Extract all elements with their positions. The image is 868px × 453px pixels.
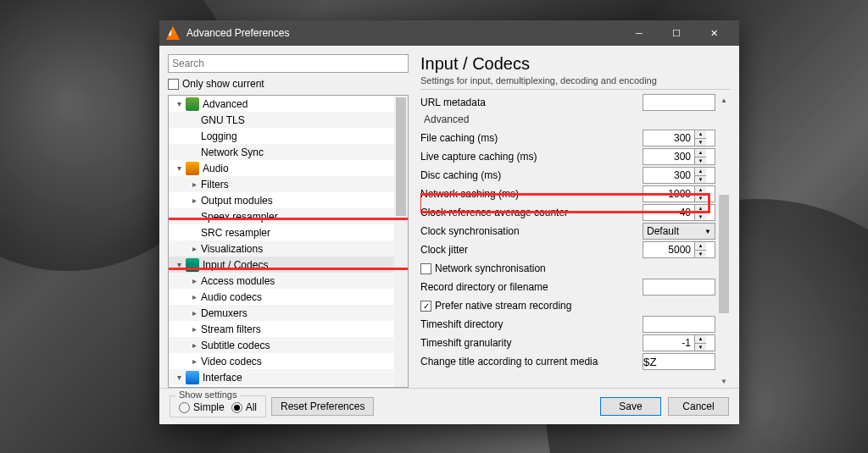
minimize-button[interactable]: ─ — [620, 20, 658, 46]
clock-jitter-spin[interactable]: ▲▼ — [643, 241, 715, 258]
tree-item[interactable]: Filters — [169, 176, 394, 192]
vlc-cone-icon — [166, 26, 180, 40]
window-title: Advanced Preferences — [186, 27, 620, 39]
timeshift-dir-label: Timeshift directory — [420, 318, 643, 330]
tree-item[interactable]: GNU TLS — [169, 112, 394, 128]
timeshift-gran-label: Timeshift granularity — [420, 337, 643, 349]
tree-item-label: Network Sync — [201, 146, 264, 158]
prefer-native-checkbox[interactable]: ✓ Prefer native stream recording — [420, 296, 715, 315]
cancel-button[interactable]: Cancel — [668, 397, 729, 416]
tree-item[interactable]: Video codecs — [169, 353, 394, 369]
chevron-icon — [189, 308, 199, 318]
tree-item-label: Access modules — [201, 275, 275, 287]
tree-item-label: Stream filters — [201, 323, 261, 335]
category-icon — [186, 97, 199, 111]
chevron-icon — [189, 292, 199, 301]
chevron-icon — [174, 373, 184, 382]
file-caching-label: File caching (ms) — [420, 132, 643, 144]
disc-caching-spin[interactable]: ▲▼ — [643, 167, 715, 184]
chevron-icon — [189, 356, 199, 366]
change-title-input[interactable] — [643, 353, 715, 370]
tree-item[interactable]: Advanced — [169, 96, 394, 112]
tree-item-label: Visualizations — [201, 243, 263, 255]
record-dir-input[interactable] — [643, 279, 715, 296]
preferences-window: Advanced Preferences ─ ☐ ✕ Only show cur… — [159, 20, 739, 424]
url-metadata-input[interactable] — [643, 94, 715, 111]
category-icon — [186, 371, 199, 384]
change-title-label: Change title according to current media — [420, 356, 643, 367]
category-icon — [186, 162, 199, 175]
tree-item-label: Logging — [201, 130, 237, 142]
network-caching-label: Network caching (ms) — [420, 188, 643, 200]
tree-item[interactable]: Interface — [169, 369, 394, 385]
chevron-icon — [189, 324, 199, 334]
clock-sync-combo[interactable]: Default▼ — [643, 223, 715, 240]
chevron-icon — [189, 180, 199, 189]
url-metadata-label: URL metadata — [420, 97, 643, 108]
show-settings-group: Show settings Simple All — [170, 395, 266, 417]
tree-item-label: Demuxers — [201, 307, 248, 319]
tree-item-label: SRC resampler — [201, 227, 270, 239]
tree-item-label: GNU TLS — [201, 114, 245, 126]
tree-item[interactable]: Demuxers — [169, 305, 394, 321]
reset-preferences-button[interactable]: Reset Preferences — [271, 397, 374, 416]
chevron-icon — [189, 244, 199, 253]
category-icon — [186, 258, 199, 272]
show-settings-all-radio[interactable]: All — [231, 401, 257, 413]
network-sync-checkbox[interactable]: Network synchronisation — [420, 259, 715, 278]
disc-caching-label: Disc caching (ms) — [420, 169, 643, 181]
tree-item-label: Input / Codecs — [203, 259, 268, 271]
tree-item[interactable]: Logging — [169, 128, 394, 144]
clock-jitter-label: Clock jitter — [420, 244, 643, 256]
clock-sync-label: Clock synchronisation — [420, 225, 643, 237]
search-input[interactable] — [168, 54, 409, 73]
tree-item-label: Advanced — [203, 98, 248, 110]
tree-item[interactable]: Audio codecs — [169, 289, 394, 305]
tree-item[interactable]: Speex resampler — [169, 208, 394, 224]
live-caching-label: Live capture caching (ms) — [420, 151, 643, 163]
tree-item-label: Interface — [203, 372, 242, 384]
chevron-icon — [189, 276, 199, 285]
tree-item-label: Audio — [203, 163, 229, 174]
save-button[interactable]: Save — [600, 397, 661, 416]
preferences-tree[interactable]: AdvancedGNU TLSLoggingNetwork SyncAudioF… — [168, 95, 409, 388]
page-title: Input / Codecs — [420, 54, 731, 74]
chevron-icon — [174, 99, 184, 108]
tree-item-label: Output modules — [201, 195, 273, 207]
tree-item[interactable]: Control interfaces — [169, 385, 394, 387]
group-advanced-label: Advanced — [420, 113, 715, 125]
live-caching-spin[interactable]: ▲▼ — [643, 148, 715, 165]
tree-item-label: Video codecs — [201, 356, 262, 367]
only-show-current-checkbox[interactable]: Only show current — [168, 76, 409, 91]
tree-item[interactable]: Output modules — [169, 192, 394, 208]
chevron-icon — [174, 163, 184, 173]
tree-item[interactable]: Subtitle codecs — [169, 337, 394, 353]
tree-item-label: Speex resampler — [201, 211, 278, 223]
tree-item-label: Filters — [201, 179, 229, 191]
tree-item[interactable]: Input / Codecs — [169, 257, 394, 273]
tree-item[interactable]: SRC resampler — [169, 224, 394, 240]
tree-scrollbar[interactable] — [394, 96, 408, 387]
tree-item[interactable]: Visualizations — [169, 240, 394, 257]
tree-item[interactable]: Access modules — [169, 273, 394, 289]
tree-item-label: Subtitle codecs — [201, 340, 270, 351]
page-subtitle: Settings for input, demultiplexing, deco… — [420, 75, 731, 90]
tree-item[interactable]: Network Sync — [169, 144, 394, 160]
close-button[interactable]: ✕ — [695, 20, 732, 46]
tree-item-label: Audio codecs — [201, 291, 262, 303]
record-dir-label: Record directory or filename — [420, 281, 643, 293]
titlebar[interactable]: Advanced Preferences ─ ☐ ✕ — [159, 20, 739, 46]
tree-item[interactable]: Audio — [169, 160, 394, 176]
timeshift-gran-spin[interactable]: ▲▼ — [643, 334, 715, 351]
chevron-icon — [189, 340, 199, 350]
clock-ref-spin[interactable]: ▲▼ — [643, 204, 715, 221]
chevron-icon — [189, 196, 199, 205]
right-scrollbar[interactable]: ▲ ▼ — [717, 93, 731, 388]
timeshift-dir-input[interactable] — [643, 316, 715, 333]
tree-item[interactable]: Stream filters — [169, 321, 394, 337]
chevron-icon — [174, 260, 184, 269]
network-caching-spin[interactable]: ▲▼ — [643, 185, 715, 202]
show-settings-simple-radio[interactable]: Simple — [179, 401, 225, 413]
file-caching-spin[interactable]: ▲▼ — [643, 130, 715, 146]
maximize-button[interactable]: ☐ — [658, 20, 695, 46]
